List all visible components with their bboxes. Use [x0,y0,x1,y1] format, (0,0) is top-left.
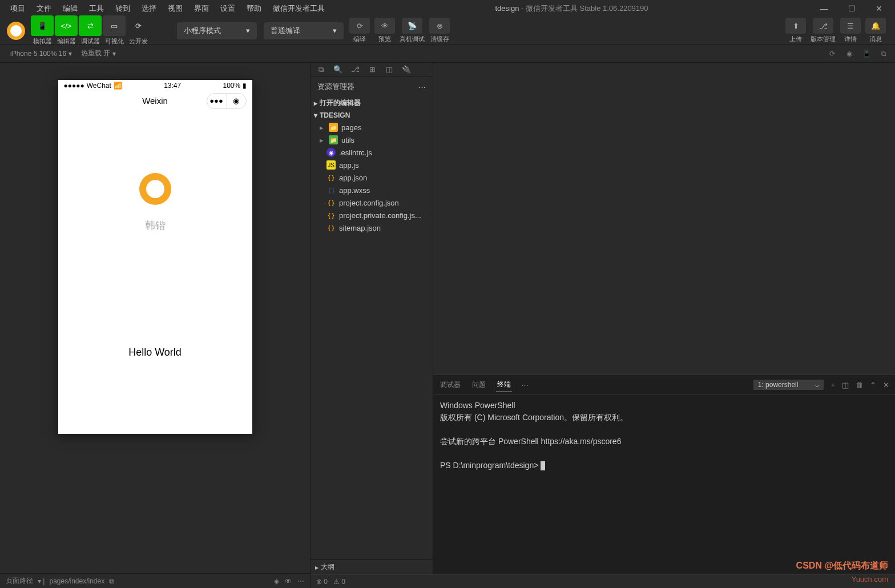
clear-cache-button[interactable]: ⊗ [429,18,450,34]
eye-icon[interactable]: 👁 [285,577,292,585]
device-icon[interactable]: 📱 [861,50,872,58]
folder-item[interactable]: ▸📁utils [311,134,433,146]
app-logo [7,22,25,40]
detach-icon[interactable]: ⧉ [878,50,889,58]
version-button[interactable]: ⎇ [813,18,833,34]
menu-item[interactable]: 编辑 [57,1,83,16]
menu-item[interactable]: 设置 [215,1,241,16]
tab-debugger[interactable]: 调试器 [439,378,462,392]
preview-button[interactable]: 👁 [374,18,395,34]
errors-count[interactable]: ⊗ 0 [316,578,328,586]
wifi-icon: 📶 [114,82,122,90]
menu-item[interactable]: 项目 [5,1,31,16]
outline-section[interactable]: ▸大纲 [311,559,433,574]
file-type-icon: ⬚ [326,186,336,195]
record-icon[interactable]: ◉ [844,50,855,58]
more-icon[interactable]: ⋯ [297,577,304,585]
file-type-icon: { } [326,198,336,207]
message-button[interactable]: 🔔 [865,18,886,34]
mode-dropdown[interactable]: 小程序模式▾ [177,22,257,39]
minimize-button[interactable]: — [813,4,836,13]
device-selector[interactable]: iPhone 5 100% 16▾ [6,50,76,58]
hello-text: Hello World [128,347,182,359]
username-label: 韩锴 [145,219,166,232]
terminal-selector[interactable]: 1: powershell⌵ [753,380,824,390]
open-editors-section[interactable]: ▸打开的编辑器 [311,96,433,110]
file-explorer: ⧉ 🔍 ⎇ ⊞ ◫ 🔌 资源管理器 ⋯ ▸打开的编辑器 ▾TDESIGN ▸📁p… [311,63,433,574]
editor-toggle[interactable]: </> [55,15,78,36]
simulator-pane: ●●●●●WeChat📶 13:47 100% ▮ Weixin ●●● ◉ 韩 [0,63,310,588]
chevron-right-icon: ▸ [320,123,325,132]
battery-icon: ▮ [243,82,247,90]
visual-toggle[interactable]: ▭ [103,15,126,36]
menu-item[interactable]: 视图 [162,1,188,16]
capsule-menu-icon[interactable]: ●●● [207,94,227,108]
hot-reload-toggle[interactable]: 热重载 开▾ [76,49,120,58]
more-icon[interactable]: ⋯ [418,83,426,91]
avatar[interactable] [139,173,171,205]
plugin-icon[interactable]: 🔌 [401,65,412,74]
files-icon[interactable]: ⧉ [315,65,326,74]
file-type-icon: { } [326,211,336,220]
tab-problems[interactable]: 问题 [471,378,487,392]
warnings-count[interactable]: ⚠ 0 [333,578,345,586]
close-button[interactable]: ✕ [868,4,890,13]
file-type-icon: ◉ [326,148,336,157]
chevron-down-icon: ▾ [333,26,337,35]
menu-item[interactable]: 界面 [188,1,215,16]
file-item[interactable]: JSapp.js [311,159,433,171]
compile-button[interactable]: ⟳ [349,18,370,34]
remote-debug-button[interactable]: 📡 [402,18,422,34]
more-icon[interactable]: ⋯ [521,381,529,389]
search-icon[interactable]: 🔍 [332,65,344,74]
chevron-down-icon: ▾ [314,111,317,119]
file-item[interactable]: ⬚app.wxss [311,184,433,196]
trash-icon[interactable]: 🗑 [856,381,863,389]
refresh-icon[interactable]: ⟳ [827,50,838,58]
menu-item[interactable]: 工具 [83,1,110,16]
compile-dropdown[interactable]: 普通编译▾ [264,22,344,39]
menu-item[interactable]: 文件 [31,1,57,16]
folder-item[interactable]: ▸📁pages [311,121,433,134]
git-icon[interactable]: ⎇ [349,65,361,74]
page-title: Weixin [142,96,168,106]
terminal-output[interactable]: Windows PowerShell版权所有 (C) Microsoft Cor… [433,395,895,574]
menu-bar: 项目文件编辑工具转到选择视图界面设置帮助微信开发者工具 [5,1,330,16]
file-type-icon: { } [326,223,336,232]
menu-item[interactable]: 转到 [110,1,136,16]
simulator-toggle[interactable]: 📱 [31,15,54,36]
details-button[interactable]: ☰ [840,18,861,34]
chevron-right-icon: ▸ [315,563,319,571]
title-bar: 项目文件编辑工具转到选择视图界面设置帮助微信开发者工具 tdesign - 微信… [0,0,895,17]
split-terminal-icon[interactable]: ◫ [842,381,849,389]
toolbar: 📱模拟器 </>编辑器 ⇄调试器 ▭可视化 ⟳云开发 小程序模式▾ 普通编译▾ … [0,17,895,45]
project-section[interactable]: ▾TDESIGN [311,110,433,121]
tab-terminal[interactable]: 终端 [496,377,512,392]
file-item[interactable]: ◉.eslintrc.js [311,146,433,159]
menu-item[interactable]: 选择 [136,1,162,16]
file-item[interactable]: { }sitemap.json [311,221,433,234]
file-item[interactable]: { }project.config.json [311,196,433,209]
menu-item[interactable]: 微信开发者工具 [267,1,330,16]
chevron-down-icon: ▾ [112,50,116,58]
cloud-toggle[interactable]: ⟳ [127,15,150,36]
close-panel-icon[interactable]: ✕ [883,381,889,389]
extensions-icon[interactable]: ⊞ [366,65,378,74]
file-item[interactable]: { }app.json [311,171,433,184]
copy-icon[interactable]: ⧉ [109,577,114,585]
debugger-toggle[interactable]: ⇄ [79,15,102,36]
location-icon[interactable]: ◈ [274,577,279,585]
editor-area: 调试器 问题 终端 ⋯ 1: powershell⌵ + ◫ 🗑 ⌃ ✕ [433,63,895,574]
file-item[interactable]: { }project.private.config.js... [311,209,433,221]
maximize-button[interactable]: ☐ [840,4,863,13]
terminal-panel: 调试器 问题 终端 ⋯ 1: powershell⌵ + ◫ 🗑 ⌃ ✕ [433,374,895,574]
chevron-up-icon[interactable]: ⌃ [870,381,876,389]
upload-button[interactable]: ⬆ [785,18,806,34]
new-terminal-icon[interactable]: + [831,381,835,389]
file-type-icon: 📁 [329,123,338,132]
menu-item[interactable]: 帮助 [241,1,267,16]
page-path[interactable]: pages/index/index [49,577,104,585]
layout-icon[interactable]: ◫ [384,65,395,74]
file-type-icon: 📁 [329,135,338,144]
capsule-close-icon[interactable]: ◉ [227,94,246,108]
